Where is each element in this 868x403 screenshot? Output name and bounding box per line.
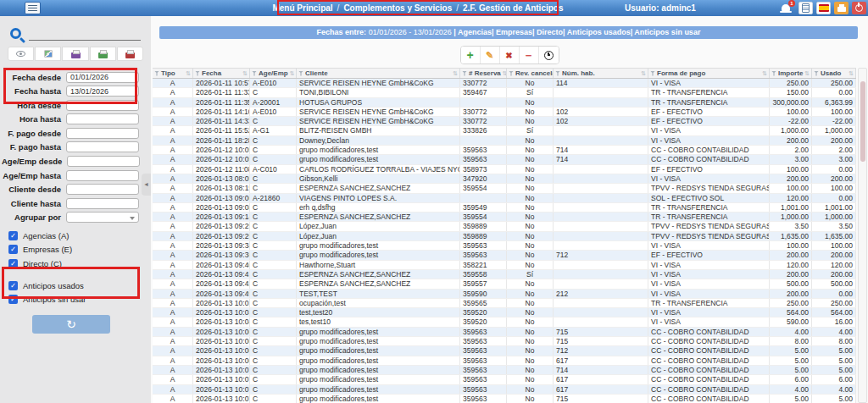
edit-button[interactable]: ✎ (481, 47, 500, 63)
checkbox[interactable]: ✓ (8, 245, 18, 254)
logout-button[interactable] (852, 2, 866, 14)
col-header-num-hab[interactable]: Núm. hab.⇅ (554, 69, 648, 78)
sort-icon[interactable]: ⇅ (453, 70, 458, 77)
table-row[interactable]: A 2026-01-13 10:07 C grupo modificadores… (153, 395, 856, 403)
filter-funnel-icon[interactable] (509, 71, 514, 76)
filter-funnel-icon[interactable] (195, 71, 200, 76)
col-header-importe[interactable]: Importe⇅ (770, 69, 812, 78)
table-row[interactable]: A 2026-01-11 14:33 C SERVICE REISEN HEYN… (153, 117, 856, 126)
filter-funnel-icon[interactable] (650, 71, 655, 76)
log-button[interactable] (798, 2, 813, 14)
scrollbar-thumb[interactable] (860, 81, 865, 162)
sort-icon[interactable]: ⇅ (849, 70, 854, 77)
filter-funnel-icon[interactable] (555, 71, 560, 76)
table-row[interactable]: A 2026-01-13 09:41 C ESPERNZA SANCHEZ,SA… (153, 270, 856, 279)
table-row[interactable]: A 2026-01-11 11:35 A-20001 HOTUSA GRUPOS… (153, 98, 856, 108)
print-green-button[interactable] (90, 47, 116, 61)
col-header-usado[interactable]: Usado⇅ (812, 69, 856, 78)
col-header-reserva[interactable]: # Reserva⇅ (460, 69, 507, 78)
col-header-age-emp[interactable]: Age/Emp⇅ (250, 69, 297, 78)
table-row[interactable]: A 2026-01-13 10:07 C grupo modificadores… (153, 375, 856, 384)
vertical-scrollbar[interactable] (858, 68, 867, 403)
sort-icon[interactable]: ⇅ (641, 70, 646, 77)
refresh-button[interactable]: ↻ (32, 315, 110, 334)
breadcrumb-complementos[interactable]: Complementos y Servicios (343, 3, 452, 13)
checkbox[interactable]: ✓ (8, 231, 18, 240)
table-row[interactable]: A 2026-01-13 09:34 C grupo modificadores… (153, 241, 856, 251)
table-row[interactable]: A 2026-01-13 10:07 C grupo modificadores… (153, 366, 856, 375)
table-row[interactable]: A 2026-01-13 09:42 C ESPERNZA SANCHEZ,SA… (153, 279, 856, 289)
table-row[interactable]: A 2026-01-13 09:14 C ESPERNZA SANCHEZ,SA… (153, 213, 856, 222)
export-image-button[interactable] (35, 47, 61, 61)
notifications-button[interactable]: 1 (780, 2, 795, 14)
print-red-button[interactable] (117, 47, 143, 61)
field-input[interactable] (66, 72, 139, 83)
table-row[interactable]: A 2026-01-13 09:29 C López,Juan 359889 N… (153, 232, 856, 241)
field-input[interactable] (66, 100, 139, 111)
table-row[interactable]: A 2026-01-13 10:04 C tes,test10 359520 N… (153, 317, 856, 327)
col-header-rev-cancelada[interactable]: Rev. cancelada⇅ (507, 69, 554, 78)
table-row[interactable]: A 2026-01-13 09:49 C TEST,TEST 359590 No… (153, 290, 856, 299)
table-row[interactable]: A 2026-01-11 10:57 A-E010 SERVICE REISEN… (153, 79, 856, 88)
field-input[interactable] (66, 184, 139, 195)
field-input[interactable] (66, 198, 139, 209)
table-row[interactable]: A 2026-01-12 10:05 C grupo modificadores… (153, 146, 856, 155)
field-input[interactable] (67, 156, 140, 167)
filter-funnel-icon[interactable] (814, 71, 819, 76)
field-input[interactable] (66, 113, 139, 124)
menu-hamburger-button[interactable] (25, 2, 41, 14)
table-row[interactable]: A 2026-01-13 08:05 C Gibson,Kelli 347920… (153, 174, 856, 184)
print-button[interactable] (834, 2, 849, 14)
sort-icon[interactable]: ⇅ (762, 70, 767, 77)
col-header-tipo[interactable]: Tipo⇅ (153, 69, 193, 78)
breadcrumb-gestion-anticipos[interactable]: 2.F. Gestión de Anticipos (463, 3, 564, 13)
table-row[interactable]: A 2026-01-13 09:29 C López,Juan 359889 N… (153, 222, 856, 231)
table-row[interactable]: A 2026-01-11 14:10 A-E010 SERVICE REISEN… (153, 108, 856, 117)
checkbox[interactable]: ✓ (8, 259, 18, 268)
table-row[interactable]: A 2026-01-13 08:19 C ESPERNZA SANCHEZ,SA… (153, 184, 856, 193)
col-header-forma-pago[interactable]: Forma de pago⇅ (648, 69, 770, 78)
table-row[interactable]: A 2026-01-13 10:01 C ocupación,test 3595… (153, 299, 856, 308)
checkbox[interactable]: ✓ (8, 295, 18, 304)
sort-icon[interactable]: ⇅ (186, 70, 191, 77)
filter-funnel-icon[interactable] (771, 71, 776, 76)
field-input[interactable] (66, 128, 139, 139)
sort-icon[interactable]: ⇅ (804, 70, 810, 77)
search-input[interactable] (29, 29, 141, 41)
filter-funnel-icon[interactable] (252, 71, 257, 76)
print-purple-button[interactable] (62, 47, 88, 61)
add-button[interactable]: + (461, 47, 481, 63)
field-input[interactable] (66, 86, 139, 97)
field-input[interactable] (66, 170, 139, 181)
table-row[interactable]: A 2026-01-13 09:08 C erh q,dsfhg 359549 … (153, 203, 856, 213)
breadcrumb-menu-principal[interactable]: Menú Principal (272, 3, 332, 13)
table-row[interactable]: A 2026-01-13 10:06 C grupo modificadores… (153, 356, 856, 366)
col-header-fecha[interactable]: Fecha⇅ (193, 69, 250, 78)
checkbox[interactable]: ✓ (8, 281, 18, 290)
table-row[interactable]: A 2026-01-11 18:28 C Downey,Declan No VI… (153, 136, 856, 146)
col-header-cliente[interactable]: Cliente⇅ (297, 69, 460, 78)
table-row[interactable]: A 2026-01-13 10:03 C test,test20 359520 … (153, 308, 856, 317)
table-row[interactable]: A 2026-01-13 09:06 A-21860 VIAGENS PINTO… (153, 194, 856, 203)
history-button[interactable] (539, 47, 559, 63)
remove-button[interactable]: − (520, 47, 539, 63)
table-row[interactable]: A 2026-01-13 10:06 C grupo modificadores… (153, 337, 856, 346)
delete-button[interactable]: ✖ (500, 47, 520, 63)
view-button[interactable] (8, 47, 34, 61)
table-row[interactable]: A 2026-01-13 09:40 C Hawthorne,Stuart 35… (153, 261, 856, 270)
table-row[interactable]: A 2026-01-12 10:05 C grupo modificadores… (153, 155, 856, 164)
table-row[interactable]: A 2026-01-13 10:06 C grupo modificadores… (153, 328, 856, 337)
table-row[interactable]: A 2026-01-13 10:07 C grupo modificadores… (153, 385, 856, 395)
table-row[interactable]: A 2026-01-13 10:06 C grupo modificadores… (153, 346, 856, 356)
sort-icon[interactable]: ⇅ (242, 70, 248, 77)
group-by-select[interactable] (66, 212, 139, 223)
filter-funnel-icon[interactable] (298, 71, 303, 76)
language-button[interactable] (816, 2, 831, 14)
filter-funnel-icon[interactable] (154, 71, 159, 76)
table-row[interactable]: A 2026-01-11 15:52 A-G1 BLITZ-REISEN GMB… (153, 126, 856, 135)
table-row[interactable]: A 2026-01-12 11:08 A-C010 CARLOS RODRÍGU… (153, 165, 856, 174)
sidebar-collapse-tab[interactable]: ◄ (142, 174, 151, 196)
filter-funnel-icon[interactable] (462, 71, 467, 76)
table-row[interactable]: A 2026-01-13 09:36 C grupo modificadores… (153, 251, 856, 260)
table-row[interactable]: A 2026-01-11 11:33 C TONI,BIBILONI 35946… (153, 88, 856, 97)
